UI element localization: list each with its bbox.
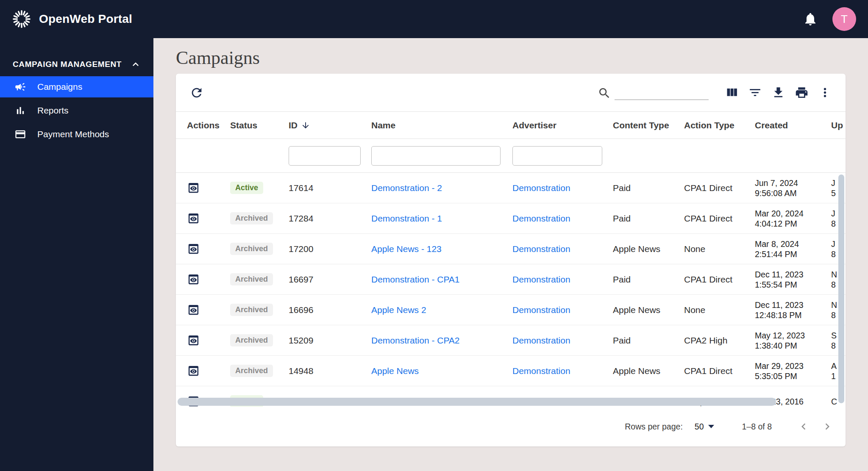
column-header-advertiser[interactable]: Advertiser [512, 120, 613, 130]
campaign-id: 17284 [289, 213, 371, 224]
preview-eye-icon[interactable] [187, 303, 200, 316]
advertiser-link[interactable]: Demonstration [512, 244, 570, 254]
content-type: Apple News [613, 244, 684, 254]
rows-per-page-label: Rows per page: [625, 422, 683, 432]
created-datetime: May 12, 2023 1:38:40 PM [755, 330, 831, 351]
filter-input-advertiser[interactable] [512, 146, 602, 166]
campaign-name-link[interactable]: Apple News - 123 [371, 244, 442, 254]
campaign-id: 15209 [289, 335, 371, 346]
preview-eye-icon[interactable] [187, 273, 200, 286]
campaign-name-link[interactable]: Apple News [371, 366, 419, 376]
column-header-updated[interactable]: Up [831, 120, 846, 130]
sidebar-item-label: Campaigns [37, 82, 82, 92]
status-chip: Archived [230, 273, 273, 285]
table-row: Archived 17284 Demonstration - 1 Demonst… [176, 203, 846, 234]
table-row: Archived 16696 Apple News 2 Demonstratio… [176, 295, 846, 325]
action-type: CPA1 Direct [684, 274, 755, 285]
horizontal-scrollbar[interactable] [178, 398, 776, 406]
credit-card-icon [14, 128, 26, 140]
sidebar-item-payment-methods[interactable]: Payment Methods [0, 124, 153, 145]
filter-input-name[interactable] [371, 146, 501, 166]
topbar: OpenWeb Portal T [0, 0, 868, 38]
search-icon [598, 86, 611, 100]
column-header-action-type[interactable]: Action Type [684, 120, 755, 130]
user-avatar[interactable]: T [832, 7, 856, 31]
advertiser-link[interactable]: Demonstration [512, 366, 570, 376]
status-chip: Archived [230, 243, 273, 255]
sort-desc-arrow-icon[interactable] [301, 121, 310, 130]
starburst-logo-icon [12, 9, 31, 29]
chevron-up-icon [130, 58, 142, 70]
campaign-name-link[interactable]: Demonstration - 1 [371, 213, 442, 223]
campaign-id: 14948 [289, 366, 371, 376]
column-header-created[interactable]: Created [755, 120, 831, 130]
status-chip: Archived [230, 365, 273, 377]
campaign-name-link[interactable]: Demonstration - 2 [371, 183, 442, 193]
view-columns-icon[interactable] [725, 86, 739, 100]
sidebar: CAMPAIGN MANAGEMENT Campaigns Reports [0, 38, 153, 471]
preview-eye-icon[interactable] [187, 334, 200, 347]
campaign-id: 17200 [289, 244, 371, 254]
preview-eye-icon[interactable] [187, 242, 200, 255]
advertiser-link[interactable]: Demonstration [512, 183, 570, 193]
column-header-name[interactable]: Name [371, 120, 512, 130]
previous-page-icon[interactable] [797, 420, 810, 433]
campaign-name-link[interactable]: Demonstration - CPA2 [371, 335, 460, 345]
sidebar-item-reports[interactable]: Reports [0, 100, 153, 121]
bar-chart-icon [14, 105, 26, 116]
avatar-letter: T [841, 13, 848, 26]
action-type: CPA1 Direct [684, 213, 755, 224]
column-header-content-type[interactable]: Content Type [613, 120, 684, 130]
search-input[interactable] [615, 86, 709, 100]
table-rows: Active 17614 Demonstration - 2 Demonstra… [176, 173, 846, 407]
campaign-id: 16697 [289, 274, 371, 285]
table-filter-row [176, 139, 846, 173]
preview-eye-icon[interactable] [187, 212, 200, 225]
table-header-row: Actions Status ID Name Advertiser Conten… [176, 112, 846, 139]
created-datetime: Dec 11, 2023 1:55:54 PM [755, 269, 831, 290]
table-row: Active 17614 Demonstration - 2 Demonstra… [176, 173, 846, 203]
filter-input-id[interactable] [289, 146, 361, 166]
table-body: Active 17614 Demonstration - 2 Demonstra… [176, 173, 846, 407]
print-icon[interactable] [795, 86, 809, 100]
status-chip: Archived [230, 334, 273, 346]
column-header-status[interactable]: Status [230, 120, 289, 130]
pagination-range: 1–8 of 8 [742, 422, 772, 432]
column-header-id[interactable]: ID [289, 120, 371, 130]
campaign-name-link[interactable]: Demonstration - CPA1 [371, 274, 460, 284]
advertiser-link[interactable]: Demonstration [512, 274, 570, 284]
advertiser-link[interactable]: Demonstration [512, 213, 570, 223]
created-datetime: Mar 20, 2024 4:04:12 PM [755, 208, 831, 229]
advertiser-link[interactable]: Demonstration [512, 335, 570, 345]
main-content: Campaigns [153, 38, 868, 471]
brand: OpenWeb Portal [12, 9, 132, 29]
app-title: OpenWeb Portal [39, 12, 132, 26]
action-type: None [684, 244, 755, 254]
refresh-icon[interactable] [189, 86, 204, 100]
content-type: Apple News [613, 305, 684, 315]
campaign-id: 16696 [289, 305, 371, 315]
kebab-menu-icon[interactable] [818, 86, 832, 100]
content-type: Apple News [613, 366, 684, 376]
page-title: Campaigns [176, 48, 868, 68]
campaigns-table-card: Actions Status ID Name Advertiser Conten… [176, 74, 846, 446]
next-page-icon[interactable] [821, 420, 834, 433]
rows-per-page-select[interactable]: 50 [695, 422, 714, 432]
preview-eye-icon[interactable] [187, 181, 200, 194]
sidebar-section-campaign-management[interactable]: CAMPAIGN MANAGEMENT [0, 55, 153, 74]
status-chip: Active [230, 182, 263, 194]
notifications-bell-icon[interactable] [803, 11, 818, 27]
sidebar-item-campaigns[interactable]: Campaigns [0, 76, 153, 97]
content-type: Paid [613, 183, 684, 193]
table-toolbar [176, 74, 846, 112]
filter-icon[interactable] [748, 86, 762, 100]
advertiser-link[interactable]: Demonstration [512, 305, 570, 315]
preview-eye-icon[interactable] [187, 364, 200, 377]
status-chip: Archived [230, 212, 273, 224]
download-icon[interactable] [771, 86, 785, 100]
campaign-name-link[interactable]: Apple News 2 [371, 305, 426, 315]
caret-down-icon [708, 425, 714, 428]
action-type: CPA1 Direct [684, 183, 755, 193]
sidebar-section-label: CAMPAIGN MANAGEMENT [13, 60, 122, 69]
vertical-scrollbar[interactable] [838, 175, 844, 403]
